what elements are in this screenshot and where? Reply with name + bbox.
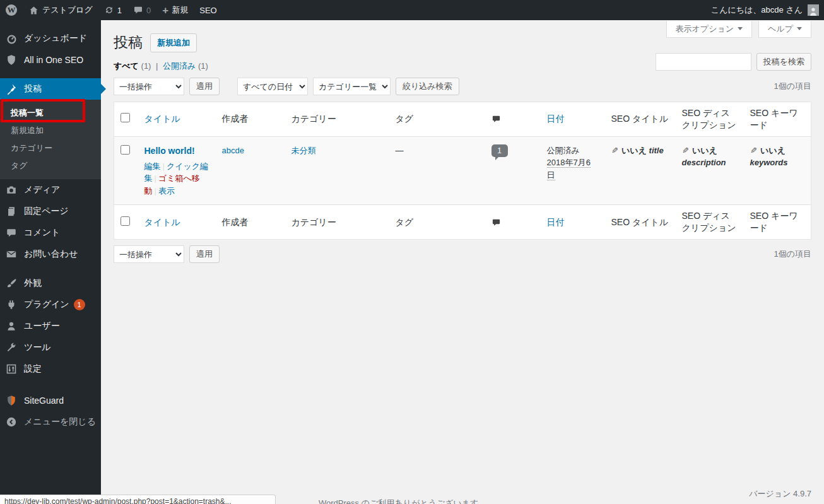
comment-count: 0 [146, 6, 151, 15]
submenu-item-post-list[interactable]: 投稿一覧 [0, 103, 101, 121]
sidebar-item-label: ツール [24, 342, 51, 353]
sidebar-item-contact[interactable]: お問い合わせ [0, 243, 101, 265]
view-published-link[interactable]: 公開済み (1) [163, 61, 208, 71]
plus-icon: + [162, 5, 168, 16]
sidebar-item-all-in-one-seo[interactable]: All in One SEO [0, 49, 101, 71]
bulk-action-select-bottom[interactable]: 一括操作 [114, 245, 184, 263]
user-greeting[interactable]: こんにちは、abcde さん [711, 4, 803, 16]
sidebar-item-label: プラグイン [24, 299, 69, 310]
separator: | [155, 186, 156, 196]
avatar[interactable] [808, 4, 819, 16]
apply-button-bottom[interactable]: 適用 [189, 245, 220, 263]
sidebar-item-plugins[interactable]: プラグイン 1 [0, 294, 101, 315]
sidebar-item-label: ダッシュボード [24, 33, 87, 44]
column-title-sort[interactable]: タイトル [144, 217, 180, 227]
submenu-item-categories[interactable]: カテゴリー [0, 139, 101, 156]
column-seo-title: SEO タイトル [605, 102, 676, 137]
edit-pencil-icon[interactable]: ✎ [682, 144, 689, 157]
post-title-link[interactable]: Hello world! [144, 146, 195, 156]
pages-icon [6, 206, 18, 217]
select-post-checkbox[interactable] [121, 145, 130, 155]
sidebar-item-label: メニューを閉じる [24, 416, 96, 428]
select-all-checkbox[interactable] [121, 113, 130, 122]
edit-pencil-icon[interactable]: ✎ [611, 144, 618, 157]
comments-link[interactable]: 0 [127, 0, 156, 20]
sliders-icon [6, 363, 18, 375]
sidebar-item-users[interactable]: ユーザー [0, 315, 101, 337]
site-name: テストブログ [42, 4, 93, 16]
row-actions: 編集|クイック編集|ゴミ箱へ移動|表示 [144, 160, 209, 197]
sidebar-item-settings[interactable]: 設定 [0, 358, 101, 380]
add-new-post-button[interactable]: 新規追加 [150, 33, 197, 52]
column-date-sort[interactable]: 日付 [547, 217, 565, 227]
sidebar-item-appearance[interactable]: 外観 [0, 273, 101, 294]
wrench-icon [6, 342, 18, 353]
column-title-sort[interactable]: タイトル [144, 114, 180, 124]
view-all-link[interactable]: すべて (1) [114, 61, 151, 71]
posts-submenu: 投稿一覧 新規追加 カテゴリー タグ [0, 100, 101, 179]
sidebar-item-label: 設定 [24, 363, 42, 375]
sidebar-item-label: メディア [24, 184, 60, 196]
view-link[interactable]: 表示 [158, 186, 175, 196]
view-published-label: 公開済み [163, 61, 196, 71]
table-footer-row: タイトル 作成者 カテゴリー タグ 日付 SEO タイトル SEO ディスクリプ… [114, 205, 811, 240]
wp-logo-menu[interactable]: W [0, 0, 23, 20]
separator: | [155, 173, 156, 183]
comment-icon [6, 227, 18, 238]
submenu-item-add-new[interactable]: 新規追加 [0, 121, 101, 139]
sidebar-item-dashboard[interactable]: ダッシュボード [0, 28, 101, 49]
select-all-checkbox[interactable] [121, 216, 130, 226]
new-content-link[interactable]: + 新規 [156, 0, 194, 20]
pushpin-icon [6, 83, 18, 95]
seo-description-value: いいえ [692, 146, 717, 155]
site-name-link[interactable]: テストブログ [23, 0, 98, 20]
table-nav-bottom: 一括操作 適用 1個の項目 [114, 245, 811, 263]
filter-button[interactable]: 絞り込み検索 [396, 78, 459, 95]
date-filter-select[interactable]: すべての日付 [237, 78, 308, 95]
sidebar-item-label: ユーザー [24, 320, 60, 332]
post-status: 公開済み [547, 144, 599, 157]
sidebar-item-pages[interactable]: 固定ページ [0, 201, 101, 222]
menu-separator [0, 71, 101, 78]
sidebar-item-label: 投稿 [24, 83, 42, 95]
footer-thanks-text: WordPress のご利用ありがとうございます。 [319, 498, 486, 504]
edit-link[interactable]: 編集 [144, 161, 161, 171]
seo-keywords-field: keywords [750, 158, 788, 167]
brush-icon [6, 278, 18, 289]
edit-pencil-icon[interactable]: ✎ [750, 144, 757, 157]
user-icon [6, 320, 18, 332]
table-header-row: タイトル 作成者 カテゴリー タグ 日付 SEO タイトル SEO ディスクリプ… [114, 102, 811, 137]
category-link[interactable]: 未分類 [291, 146, 316, 155]
sidebar-item-comments[interactable]: コメント [0, 222, 101, 243]
sidebar-item-label: SiteGuard [24, 396, 64, 406]
admin-bar: W テストブログ 1 0 + 新規 SEO こんにちは、abcde さん [0, 0, 824, 20]
admin-sidebar: ダッシュボード All in One SEO 投稿 投稿一覧 新規追加 カテゴリ… [0, 20, 101, 504]
view-published-count: (1) [198, 61, 208, 71]
search-posts-input[interactable] [656, 53, 751, 71]
submenu-item-tags[interactable]: タグ [0, 156, 101, 174]
main-content: 表示オプション ヘルプ 投稿 新規追加 投稿を検索 すべて (1) | 公開済み… [101, 20, 824, 504]
sidebar-item-label: All in One SEO [24, 55, 83, 65]
screen-options-label: 表示オプション [676, 23, 734, 35]
help-button[interactable]: ヘルプ [758, 21, 811, 38]
table-nav-top: 一括操作 適用 すべての日付 カテゴリー一覧 絞り込み検索 1個の項目 [114, 78, 811, 95]
seo-label: SEO [199, 6, 216, 15]
screen-options-button[interactable]: 表示オプション [666, 21, 753, 38]
seo-menu-link[interactable]: SEO [194, 0, 222, 20]
sidebar-item-tools[interactable]: ツール [0, 337, 101, 358]
search-posts-button[interactable]: 投稿を検索 [756, 53, 811, 71]
camera-icon [6, 184, 18, 196]
comment-count-bubble[interactable]: 1 [491, 144, 508, 157]
bulk-action-select[interactable]: 一括操作 [114, 78, 184, 95]
updates-link[interactable]: 1 [98, 0, 127, 20]
column-date-sort[interactable]: 日付 [547, 114, 565, 124]
apply-button[interactable]: 適用 [189, 78, 220, 95]
sidebar-item-siteguard[interactable]: SiteGuard [0, 390, 101, 411]
sidebar-item-media[interactable]: メディア [0, 179, 101, 201]
author-link[interactable]: abcde [222, 146, 244, 155]
sidebar-item-posts[interactable]: 投稿 [0, 78, 101, 100]
column-tags: タグ [389, 102, 485, 137]
category-filter-select[interactable]: カテゴリー一覧 [313, 78, 391, 95]
separator: | [163, 161, 165, 171]
sidebar-item-collapse-menu[interactable]: メニューを閉じる [0, 411, 101, 433]
